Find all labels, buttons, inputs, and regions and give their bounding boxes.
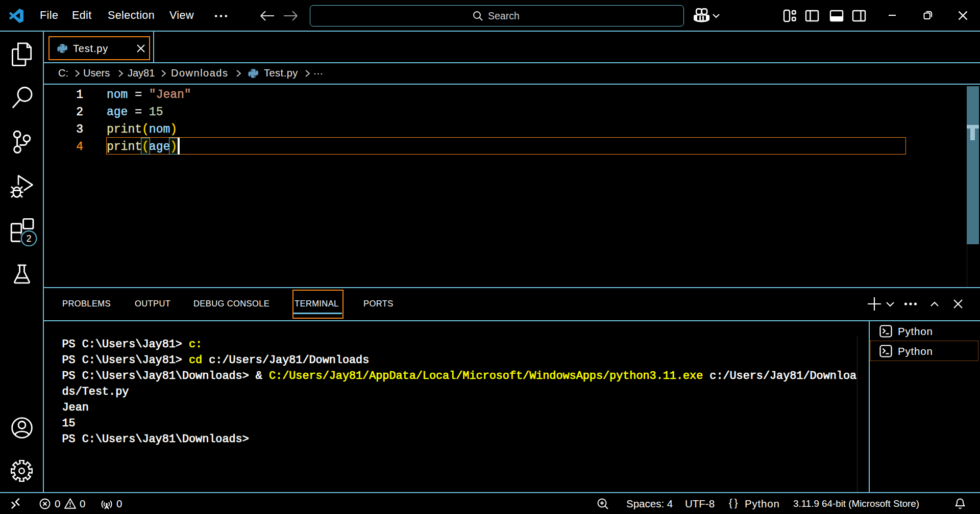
svg-text:2: 2 bbox=[27, 234, 32, 244]
